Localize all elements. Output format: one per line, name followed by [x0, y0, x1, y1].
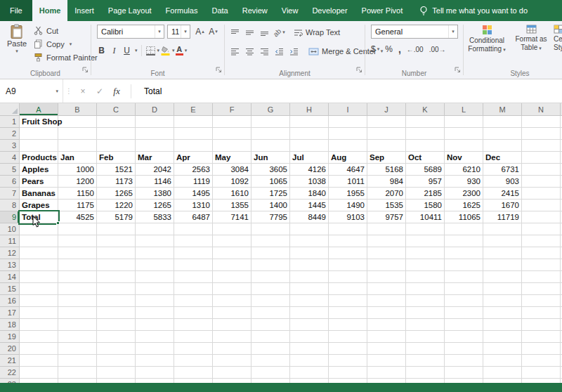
align-right-button[interactable] [259, 44, 270, 58]
row-header-7[interactable]: 7 [0, 188, 20, 200]
ribbon-tab-developer[interactable]: Developer [305, 0, 354, 21]
formula-bar-splitter[interactable]: ⋮ [63, 87, 74, 95]
cell-E21[interactable] [174, 355, 213, 367]
cell-I5[interactable]: 4647 [329, 164, 367, 176]
top-align-button[interactable] [229, 25, 241, 39]
cell-N21[interactable] [522, 355, 561, 367]
cell-C14[interactable] [97, 271, 136, 283]
cell-E8[interactable]: 1310 [174, 200, 213, 211]
cell-C21[interactable] [97, 355, 136, 367]
cell-F9[interactable]: 7141 [213, 211, 251, 223]
cell-F18[interactable] [213, 319, 251, 331]
cell-I7[interactable]: 1955 [329, 188, 367, 200]
cell-L8[interactable]: 1625 [445, 200, 483, 211]
cell-A13[interactable] [20, 259, 58, 271]
font-dialog-launcher[interactable] [216, 63, 222, 76]
cell-N2[interactable] [522, 128, 561, 140]
cell-M3[interactable] [483, 140, 522, 152]
cell-A3[interactable] [20, 140, 58, 152]
cell-E5[interactable]: 2563 [174, 164, 213, 176]
cell-J1[interactable] [367, 116, 406, 128]
cell-B13[interactable] [58, 259, 97, 271]
cell-F14[interactable] [213, 271, 251, 283]
cell-G21[interactable] [251, 355, 290, 367]
cell-E19[interactable] [174, 331, 213, 343]
cell-J15[interactable] [367, 283, 406, 295]
cell-M15[interactable] [483, 283, 522, 295]
cell-D12[interactable] [136, 247, 174, 259]
cell-E18[interactable] [174, 319, 213, 331]
cell-H10[interactable] [290, 223, 329, 235]
row-header-21[interactable]: 21 [0, 355, 20, 367]
cell-K12[interactable] [406, 247, 445, 259]
orientation-button[interactable]: ab ▾ [273, 25, 285, 39]
cell-D7[interactable]: 1380 [136, 188, 174, 200]
cell-M12[interactable] [483, 247, 522, 259]
fill-color-button[interactable]: ▾ [160, 44, 175, 58]
cell-M18[interactable] [483, 319, 522, 331]
row-header-12[interactable]: 12 [0, 247, 20, 259]
cell-N6[interactable] [522, 176, 561, 188]
borders-button[interactable]: ▾ [145, 44, 160, 58]
cell-A9[interactable]: Total [20, 211, 58, 223]
underline-button[interactable]: U [121, 44, 133, 58]
column-header-E[interactable]: E [174, 103, 213, 116]
increase-decimal-button[interactable]: ←.00 [407, 46, 424, 53]
cell-L21[interactable] [445, 355, 483, 367]
cell-B21[interactable] [58, 355, 97, 367]
cell-D15[interactable] [136, 283, 174, 295]
cell-L14[interactable] [445, 271, 483, 283]
cell-N11[interactable] [522, 235, 561, 247]
cell-B16[interactable] [58, 295, 97, 307]
cell-J3[interactable] [367, 140, 406, 152]
cell-G1[interactable] [251, 116, 290, 128]
cell-D4[interactable]: Mar [136, 152, 174, 164]
cell-H13[interactable] [290, 259, 329, 271]
cell-D10[interactable] [136, 223, 174, 235]
cell-C7[interactable]: 1265 [97, 188, 136, 200]
cell-N1[interactable] [522, 116, 561, 128]
cell-F12[interactable] [213, 247, 251, 259]
cell-B20[interactable] [58, 343, 97, 355]
cell-E16[interactable] [174, 295, 213, 307]
cell-G19[interactable] [251, 331, 290, 343]
cell-E14[interactable] [174, 271, 213, 283]
cell-L20[interactable] [445, 343, 483, 355]
enter-button[interactable]: ✓ [91, 86, 108, 96]
cell-M2[interactable] [483, 128, 522, 140]
cell-M14[interactable] [483, 271, 522, 283]
cell-M17[interactable] [483, 307, 522, 319]
row-header-5[interactable]: 5 [0, 164, 20, 176]
cell-L2[interactable] [445, 128, 483, 140]
cell-E4[interactable]: Apr [174, 152, 213, 164]
cell-C13[interactable] [97, 259, 136, 271]
percent-style-button[interactable]: % [385, 44, 393, 54]
cell-J18[interactable] [367, 319, 406, 331]
italic-button[interactable]: I [108, 44, 120, 58]
cell-H6[interactable]: 1038 [290, 176, 329, 188]
cell-I13[interactable] [329, 259, 367, 271]
bold-button[interactable]: B [96, 44, 107, 58]
cell-G2[interactable] [251, 128, 290, 140]
cell-K17[interactable] [406, 307, 445, 319]
cell-H2[interactable] [290, 128, 329, 140]
cell-B8[interactable]: 1175 [58, 200, 97, 211]
cell-D22[interactable] [136, 367, 174, 379]
cell-N12[interactable] [522, 247, 561, 259]
ribbon-tab-view[interactable]: View [275, 0, 306, 21]
cell-F2[interactable] [213, 128, 251, 140]
cell-L4[interactable]: Nov [445, 152, 483, 164]
cell-A12[interactable] [20, 247, 58, 259]
cell-B7[interactable]: 1150 [58, 188, 97, 200]
cell-G15[interactable] [251, 283, 290, 295]
cell-E3[interactable] [174, 140, 213, 152]
cell-H15[interactable] [290, 283, 329, 295]
font-size-select[interactable]: 11 ▾ [167, 25, 190, 39]
cell-E2[interactable] [174, 128, 213, 140]
cell-H4[interactable]: Jul [290, 152, 329, 164]
cell-F5[interactable]: 3084 [213, 164, 251, 176]
column-header-I[interactable]: I [329, 103, 367, 116]
cell-L15[interactable] [445, 283, 483, 295]
cell-L18[interactable] [445, 319, 483, 331]
cell-I11[interactable] [329, 235, 367, 247]
